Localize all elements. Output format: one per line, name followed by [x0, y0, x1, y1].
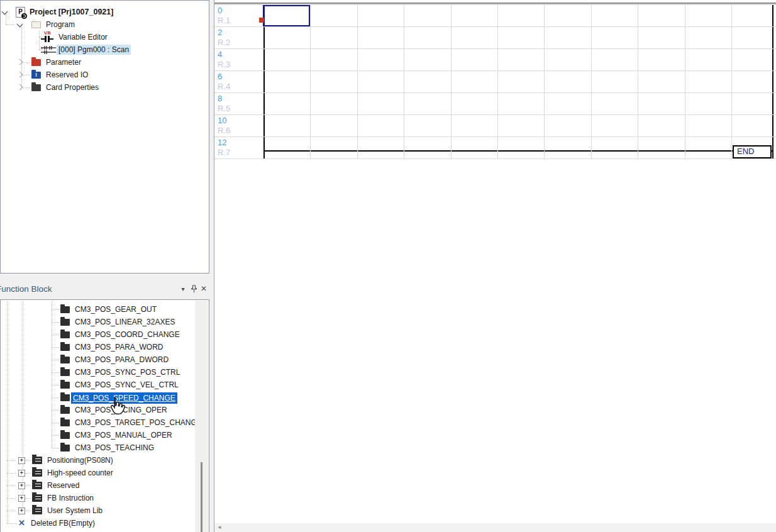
expand-plus-icon[interactable]: +: [18, 507, 25, 514]
folder-black-icon: [60, 445, 70, 452]
scrollbar-thumb[interactable]: [201, 462, 202, 532]
function-block-panel: CM3_POS_GEAR_OUTCM3_POS_LINEAR_32AXESCM3…: [0, 299, 209, 532]
fb-item-cm3-pos-sync-pos-ctrl[interactable]: CM3_POS_SYNC_POS_CTRL: [1, 366, 209, 379]
tree-item-card-properties[interactable]: Card Properties: [1, 81, 209, 94]
fb-item-label[interactable]: CM3_POS_SYNC_POS_CTRL: [75, 367, 180, 377]
fb-group-label[interactable]: Reserved: [47, 480, 79, 490]
step-number: 10: [218, 116, 226, 125]
fb-item-positioning-ps08n[interactable]: +Positioning(PS08N): [1, 454, 209, 467]
library-folder-icon: [32, 507, 42, 514]
fb-item-label[interactable]: CM3_POS_TEACHING: [75, 443, 154, 453]
tree-guide-line: [52, 322, 60, 323]
tree-item-reserved-io[interactable]: !Reserved IO: [1, 69, 209, 81]
tree-item-label[interactable]: Project [Prj1007_0921]: [30, 7, 113, 17]
tree-item-program[interactable]: Program: [1, 18, 209, 31]
end-instruction[interactable]: END: [733, 145, 772, 158]
tree-guide-line: [52, 347, 60, 348]
tree-item-label[interactable]: Variable Editor: [58, 32, 108, 42]
selected-cell[interactable]: [263, 4, 311, 27]
pin-icon[interactable]: [189, 280, 198, 299]
chevron-right-icon[interactable]: [17, 84, 23, 91]
grid-line: [497, 4, 498, 158]
fb-item-deleted-fb-empty[interactable]: ✕Deleted FB(Empty): [1, 517, 209, 529]
fb-group-label[interactable]: User System Lib: [47, 506, 103, 516]
rung-label: R.2: [218, 38, 230, 47]
fb-item-reserved[interactable]: +Reserved: [1, 479, 209, 492]
fb-item-cm3-pos-manual-oper[interactable]: CM3_POS_MANUAL_OPER: [1, 429, 209, 441]
tree-item-label[interactable]: Parameter: [46, 57, 81, 67]
step-number: 4: [218, 50, 222, 59]
grid-line: [214, 4, 776, 5]
fb-group-label[interactable]: Positioning(PS08N): [47, 455, 113, 465]
folder-black-icon: [60, 369, 70, 376]
fb-group-label[interactable]: FB Instruction: [47, 493, 94, 503]
chevron-down-icon[interactable]: [2, 9, 8, 15]
expand-plus-icon[interactable]: +: [18, 457, 25, 464]
deleted-fb-label[interactable]: Deleted FB(Empty): [31, 518, 95, 528]
tree-guide-line: [7, 460, 16, 461]
expand-plus-icon[interactable]: +: [18, 470, 25, 477]
fb-item-user-system-lib[interactable]: +User System Lib: [1, 504, 209, 517]
chevron-down-icon[interactable]: [17, 21, 23, 28]
tree-item-parameter[interactable]: Parameter: [1, 56, 209, 69]
chevron-down-icon[interactable]: ▾: [179, 280, 187, 299]
fb-item-cm3-pos-gear-out[interactable]: CM3_POS_GEAR_OUT: [1, 303, 209, 316]
folder-black-icon: [60, 432, 70, 439]
tree-item-variable-editor[interactable]: VRVariable Editor: [1, 31, 209, 43]
fb-item-label[interactable]: CM3_POS_LINEAR_32AXES: [75, 317, 175, 327]
chevron-right-icon[interactable]: [17, 59, 23, 65]
folder-black-icon: [60, 407, 70, 414]
fb-item-label[interactable]: CM3_POS_COORD_CHANGE: [75, 330, 180, 340]
tree-item-000-pgm000-scan[interactable]: [000] Pgm000 : Scan: [1, 43, 209, 56]
fb-item-label[interactable]: CM3_POS_GEAR_OUT: [75, 304, 157, 314]
tree-guide-line: [7, 523, 17, 524]
tree-item-label[interactable]: Card Properties: [46, 82, 99, 92]
fb-item-label[interactable]: CM3_POS_PARA_WORD: [75, 342, 163, 352]
folder-dark-icon: [31, 84, 41, 91]
folder-red-icon: [31, 59, 41, 66]
fb-item-cm3-pos-para-word[interactable]: CM3_POS_PARA_WORD: [1, 341, 209, 353]
fb-item-fb-instruction[interactable]: +FB Instruction: [1, 492, 209, 504]
vertical-scrollbar[interactable]: [195, 301, 208, 532]
fb-item-cm3-pos-target-pos-change[interactable]: CM3_POS_TARGET_POS_CHANGE: [1, 416, 209, 429]
tree-item-label[interactable]: [000] Pgm000 : Scan: [57, 45, 131, 55]
grid-line: [214, 26, 776, 27]
fb-item-label[interactable]: CM3_POS_SYNC_VEL_CTRL: [75, 380, 179, 390]
fb-item-cm3-pos-teaching[interactable]: CM3_POS_TEACHING: [1, 441, 209, 454]
tree-guide-line: [52, 423, 60, 423]
library-folder-icon: [32, 482, 42, 489]
tree-guide-line: [52, 335, 60, 335]
horizontal-scrollbar[interactable]: ◄: [214, 523, 776, 532]
tree-item-label[interactable]: Program: [46, 19, 75, 30]
expand-plus-icon[interactable]: +: [18, 482, 25, 489]
fb-item-high-speed-counter[interactable]: +High-speed counter: [1, 467, 209, 479]
fb-item-label[interactable]: CM3_POS_MANUAL_OPER: [75, 430, 172, 440]
fb-group-label[interactable]: High-speed counter: [47, 468, 113, 478]
close-icon[interactable]: ✕: [199, 280, 209, 299]
grid-line: [731, 4, 732, 158]
grid-line: [214, 136, 776, 137]
folder-black-icon: [60, 382, 70, 389]
folder-black-icon: [60, 331, 70, 338]
scroll-left-arrow-icon[interactable]: ◄: [217, 525, 222, 530]
grid-line: [214, 48, 776, 49]
fb-item-cm3-pos-incing-oper[interactable]: CM3_POS_INCING_OPER: [1, 404, 209, 416]
ladder-program-icon: [41, 45, 56, 57]
fb-item-cm3-pos-sync-vel-ctrl[interactable]: CM3_POS_SYNC_VEL_CTRL: [1, 379, 209, 391]
expand-plus-icon[interactable]: +: [18, 495, 25, 502]
tree-item-project-prj1007-0921[interactable]: PProject [Prj1007_0921]: [1, 6, 209, 18]
tree-guide-line: [25, 511, 31, 511]
fb-item-cm3-pos-para-dword[interactable]: CM3_POS_PARA_DWORD: [1, 353, 209, 366]
fb-item-cm3-pos-coord-change[interactable]: CM3_POS_COORD_CHANGE: [1, 328, 209, 341]
fb-item-cm3-pos-linear-32axes[interactable]: CM3_POS_LINEAR_32AXES: [1, 316, 209, 328]
grid-line: [310, 4, 311, 158]
fb-item-label[interactable]: CM3_POS_PARA_DWORD: [75, 355, 169, 365]
fb-item-cm3-pos-speed-change[interactable]: CM3_POS_SPEED_CHANGE: [1, 391, 209, 404]
grid-line: [214, 70, 776, 71]
fb-item-label[interactable]: CM3_POS_TARGET_POS_CHANGE: [75, 418, 202, 428]
tree-guide-line: [25, 498, 31, 499]
ladder-grid[interactable]: END 0R.12R.24R.36R.48R.510R.612R.7: [214, 4, 776, 160]
tree-item-label[interactable]: Reserved IO: [46, 70, 88, 80]
vr-glyph: VR: [44, 31, 51, 36]
chevron-right-icon[interactable]: [17, 72, 23, 78]
